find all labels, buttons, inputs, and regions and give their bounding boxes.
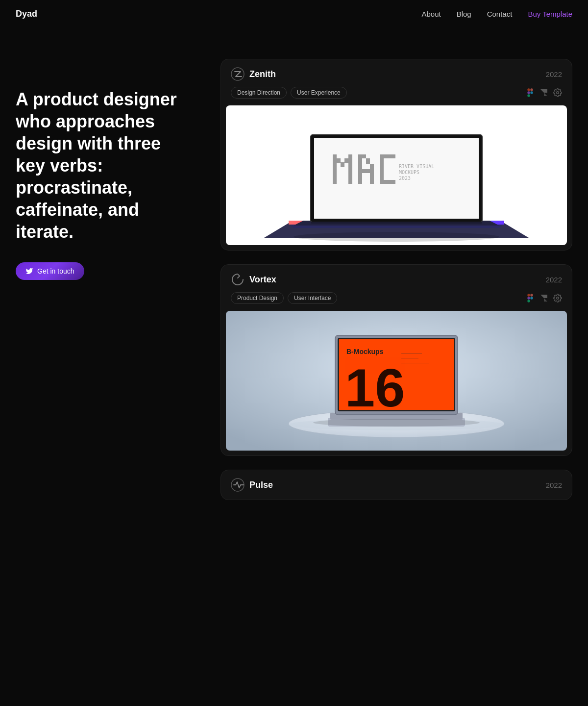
pulse-year: 2022	[546, 481, 562, 489]
nav-about[interactable]: About	[421, 10, 441, 18]
zenith-tag-0: Design Direction	[231, 87, 287, 99]
vortex-icons	[526, 294, 562, 303]
navbar: Dyad About Blog Contact Buy Template	[0, 0, 588, 28]
zenith-scene-svg: RIVER VISUAL MOCKUPS 2023	[226, 105, 567, 245]
zenith-tag-1: User Experience	[291, 87, 347, 99]
figma-icon[interactable]	[526, 88, 535, 97]
vortex-tag-1: User Interface	[288, 292, 337, 304]
svg-rect-17	[344, 158, 348, 163]
svg-rect-13	[314, 138, 479, 219]
vortex-scene-svg: B-Mockups —————— ————— ———————— 16	[226, 311, 567, 451]
svg-rect-4	[527, 94, 530, 97]
cta-label: Get in touch	[37, 267, 74, 275]
svg-rect-26	[384, 154, 395, 158]
svg-point-32	[294, 232, 499, 242]
svg-rect-20	[358, 154, 362, 164]
svg-text:B-Mockups: B-Mockups	[346, 348, 384, 355]
nav-contact[interactable]: Contact	[487, 10, 513, 18]
vortex-logo-icon	[231, 273, 245, 286]
svg-text:2023: 2023	[399, 176, 411, 181]
cta-button[interactable]: Get in touch	[16, 262, 84, 280]
svg-rect-2	[530, 88, 533, 91]
card-tags-vortex: Product Design User Interface	[221, 286, 572, 311]
svg-rect-3	[527, 91, 530, 94]
card-tags-zenith: Design Direction User Experience	[221, 81, 572, 105]
pulse-logo-icon	[231, 478, 245, 492]
svg-text:————————: ————————	[401, 361, 429, 364]
svg-rect-25	[380, 154, 384, 184]
svg-rect-27	[384, 180, 395, 184]
zenith-image: RIVER VISUAL MOCKUPS 2023	[226, 105, 567, 245]
vortex-year: 2022	[546, 276, 562, 284]
vortex-image: B-Mockups —————— ————— ———————— 16	[226, 311, 567, 451]
svg-point-5	[530, 91, 533, 94]
svg-rect-23	[370, 164, 374, 184]
card-title-row-pulse: Pulse	[231, 478, 273, 492]
card-header-zenith: Zenith 2022	[221, 59, 572, 81]
project-card-pulse: Pulse 2022	[220, 470, 572, 500]
nav-links: About Blog Contact Buy Template	[421, 10, 572, 18]
nav-blog[interactable]: Blog	[457, 10, 471, 18]
card-title-row-zenith: Zenith	[231, 67, 276, 81]
svg-rect-33	[527, 294, 530, 296]
zenith-tags: Design Direction User Experience	[231, 87, 347, 99]
zenith-image-wrapper: RIVER VISUAL MOCKUPS 2023	[221, 105, 572, 250]
vortex-figma-icon[interactable]	[526, 294, 535, 303]
svg-rect-1	[527, 88, 530, 91]
svg-rect-16	[341, 162, 344, 167]
twitter-icon	[25, 267, 33, 275]
svg-rect-31	[311, 222, 482, 224]
vortex-tag-0: Product Design	[231, 292, 284, 304]
project-card-vortex: Vortex 2022 Product Design User Interfac…	[220, 264, 572, 456]
left-panel: A product designer who approaches design…	[0, 29, 211, 706]
zenith-logo-icon	[231, 67, 245, 81]
vortex-settings-icon[interactable]	[553, 294, 562, 303]
zenith-icons	[526, 88, 562, 97]
hero-text: A product designer who approaches design…	[16, 88, 195, 243]
svg-rect-36	[527, 300, 530, 302]
svg-rect-22	[366, 158, 370, 164]
svg-rect-18	[348, 154, 352, 184]
framer-icon[interactable]	[539, 88, 548, 97]
page-layout: A product designer who approaches design…	[0, 0, 588, 706]
project-card-zenith: Zenith 2022 Design Direction User Experi…	[220, 59, 572, 251]
svg-rect-24	[362, 169, 370, 173]
site-logo[interactable]: Dyad	[16, 9, 37, 19]
pulse-title: Pulse	[249, 480, 273, 490]
svg-point-38	[557, 297, 559, 300]
svg-rect-21	[362, 154, 366, 158]
svg-text:16: 16	[345, 357, 405, 418]
vortex-tags: Product Design User Interface	[231, 292, 337, 304]
svg-rect-34	[530, 294, 533, 296]
settings-icon[interactable]	[553, 88, 562, 97]
vortex-image-wrapper: B-Mockups —————— ————— ———————— 16	[221, 311, 572, 455]
svg-text:MOCKUPS: MOCKUPS	[399, 170, 419, 175]
svg-text:RIVER VISUAL: RIVER VISUAL	[399, 164, 434, 169]
svg-rect-15	[337, 158, 341, 163]
svg-rect-19	[358, 164, 362, 184]
svg-text:——————: ——————	[401, 351, 422, 354]
svg-point-53	[313, 419, 480, 427]
card-header-pulse: Pulse 2022	[231, 478, 562, 492]
svg-point-37	[530, 297, 533, 299]
vortex-framer-icon[interactable]	[539, 294, 548, 303]
svg-rect-14	[333, 154, 337, 184]
card-title-row-vortex: Vortex	[231, 273, 276, 286]
svg-point-6	[557, 92, 559, 94]
nav-buy-template[interactable]: Buy Template	[528, 10, 572, 18]
zenith-year: 2022	[546, 70, 562, 78]
right-panel: Zenith 2022 Design Direction User Experi…	[211, 29, 588, 706]
card-header-vortex: Vortex 2022	[221, 265, 572, 286]
vortex-title: Vortex	[249, 275, 276, 285]
svg-rect-35	[527, 297, 530, 299]
zenith-title: Zenith	[249, 69, 276, 79]
